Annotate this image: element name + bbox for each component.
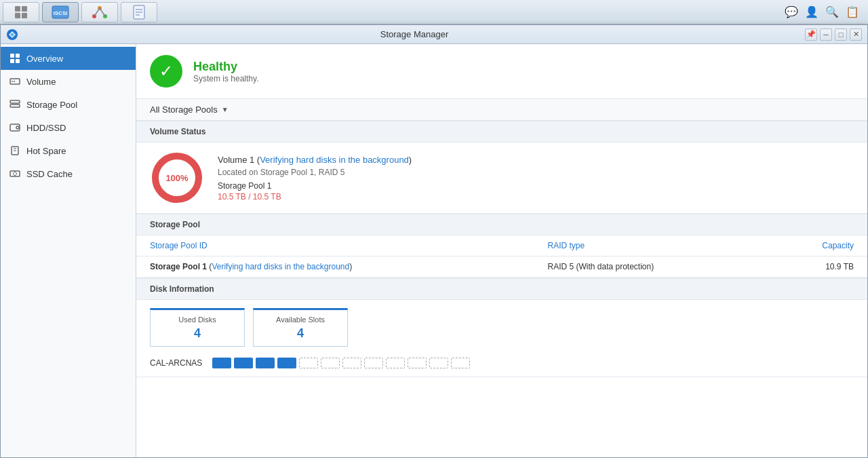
hdd-ssd-icon [9,121,21,134]
storage-pool-section: Storage Pool Storage Pool ID RAID type C… [136,214,867,278]
svg-point-27 [16,126,19,129]
storage-pool-table: Storage Pool ID RAID type Capacity Stora… [136,235,867,278]
search-icon-btn[interactable]: 🔍 [825,5,840,20]
storage-pool-header: Storage Pool [136,214,867,235]
sidebar-item-hdd-ssd[interactable]: HDD/SSD [1,116,136,139]
svg-text:iSCSI: iSCSI [54,10,68,16]
sidebar-hdd-ssd-label: HDD/SSD [26,123,66,133]
window-logo [6,28,18,41]
donut-percent: 100% [165,173,188,183]
nas-label: CAL-ARCNAS [150,358,204,368]
used-disks-card: Used Disks 4 [150,308,245,347]
window-body: Overview Volume [1,44,867,457]
notes-icon [132,5,146,20]
disk-info-section: Disk Information Used Disks 4 Available … [136,278,867,377]
sidebar-overview-label: Overview [26,54,63,64]
disk-slot-empty [408,358,427,368]
sidebar-item-ssd-cache[interactable]: SSD Cache [1,162,136,185]
volume-status-header: Volume Status [136,121,867,142]
volume-status-row: 100% Volume 1 (Verifying hard disks in t… [150,151,854,205]
volume-status-section: Volume Status 100% Volume 1 [136,121,867,214]
available-slots-value: 4 [264,326,336,341]
volume-status-link[interactable]: Verifying hard disks in the background [260,155,409,165]
hot-spare-icon [9,145,21,157]
taskbar: iSCSI 💬 👤 🔍 📋 [0,0,868,24]
ssd-cache-icon [9,168,21,180]
minimize-button[interactable]: ─ [820,28,832,41]
available-slots-card: Available Slots 4 [253,308,348,347]
disk-info-header: Disk Information [136,278,867,300]
used-disks-label: Used Disks [161,316,233,324]
taskbar-right: 💬 👤 🔍 📋 [784,5,865,20]
taskbar-network-btn[interactable] [81,2,118,22]
svg-rect-3 [22,13,27,18]
sidebar-hot-spare-label: Hot Spare [26,146,66,156]
pool-col-capacity: Capacity [766,235,867,256]
svg-rect-18 [16,54,20,58]
svg-rect-2 [15,13,20,18]
disk-slot-empty [429,358,448,368]
sidebar-volume-label: Volume [26,77,56,87]
health-banner: ✓ Healthy System is healthy. [136,44,867,99]
table-row: Storage Pool 1 (Verifying hard disks in … [136,256,867,278]
maximize-button[interactable]: □ [835,28,847,41]
svg-rect-17 [10,54,14,58]
user-icon-btn[interactable]: 👤 [804,5,819,20]
svg-rect-25 [10,104,20,107]
storage-pool-icon [9,98,21,111]
close-button[interactable]: ✕ [850,28,862,41]
overview-icon [9,52,21,64]
disk-info-body: Used Disks 4 Available Slots 4 CAL-ARCNA… [136,300,867,377]
pool-id-cell: Storage Pool 1 (Verifying hard disks in … [136,256,534,278]
chat-icon-btn[interactable]: 💬 [784,5,799,20]
disk-slot-empty [364,358,383,368]
sidebar-item-hot-spare[interactable]: Hot Spare [1,139,136,162]
pool-col-id: Storage Pool ID [136,235,534,256]
all-storage-pools-label: All Storage Pools [150,104,218,115]
volume-pool-name: Storage Pool 1 [218,181,412,191]
svg-rect-26 [10,124,20,131]
available-slots-label: Available Slots [264,316,336,324]
svg-line-10 [100,8,105,16]
health-status-icon: ✓ [150,55,182,88]
taskbar-iscsi-btn[interactable]: iSCSI [42,2,79,22]
sidebar-storage-pool-label: Storage Pool [26,100,77,110]
sidebar: Overview Volume [1,44,136,457]
window-controls: 📌 ─ □ ✕ [805,28,862,41]
donut-chart: 100% [150,151,204,205]
taskbar-icons: iSCSI [3,2,784,22]
sidebar-ssd-cache-label: SSD Cache [26,169,73,179]
sidebar-item-storage-pool[interactable]: Storage Pool [1,93,136,116]
pool-col-raid: RAID type [534,235,765,256]
network-icon [92,5,107,19]
taskbar-apps-btn[interactable] [3,2,39,22]
pool-id-link[interactable]: Verifying hard disks in the background [212,262,349,271]
pin-button[interactable]: 📌 [805,28,817,41]
pool-table-header-row: Storage Pool ID RAID type Capacity [136,235,867,256]
svg-line-9 [94,8,100,16]
disk-slot-empty [299,358,318,368]
iscsi-icon: iSCSI [52,5,69,19]
svg-rect-20 [16,59,20,63]
pool-capacity-cell: 10.9 TB [766,256,867,278]
volume-title: Volume 1 (Verifying hard disks in the ba… [218,155,412,165]
disk-slot-used [256,358,275,368]
sidebar-item-volume[interactable]: Volume [1,70,136,93]
storage-manager-window: Storage Manager 📌 ─ □ ✕ Overview [0,24,868,458]
all-storage-pools-dropdown[interactable]: All Storage Pools ▼ [136,99,867,121]
main-content: ✓ Healthy System is healthy. All Storage… [136,44,867,457]
health-title: Healthy [193,60,258,74]
window-titlebar: Storage Manager 📌 ─ □ ✕ [1,25,867,44]
sidebar-item-overview[interactable]: Overview [1,47,136,70]
disk-slots-row: CAL-ARCNAS [150,358,854,368]
volume-name: Volume 1 [218,155,254,165]
taskbar-notes-btn[interactable] [121,2,157,22]
svg-rect-19 [10,59,14,63]
svg-rect-0 [15,6,20,12]
help-icon-btn[interactable]: 📋 [845,5,860,20]
disk-slot-used [212,358,231,368]
disk-slots [212,358,470,368]
disk-slot-empty [342,358,361,368]
volume-status-body: 100% Volume 1 (Verifying hard disks in t… [136,142,867,213]
disk-slot-used [277,358,296,368]
